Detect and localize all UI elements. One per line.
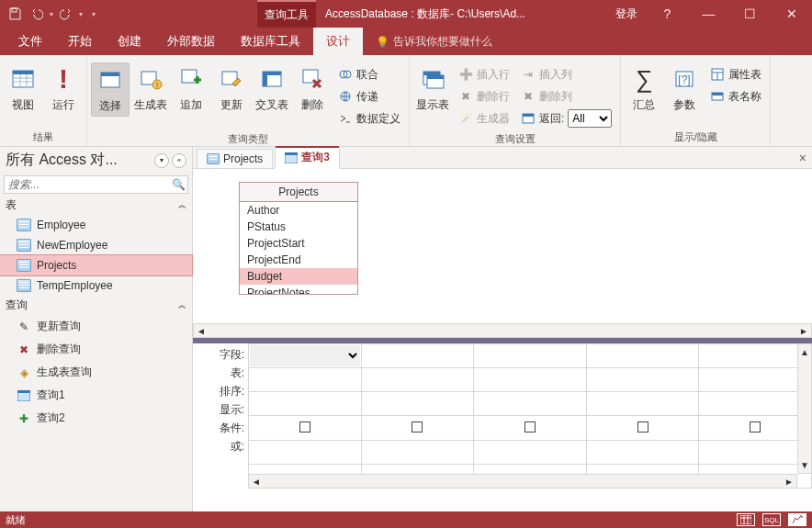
grid-cell[interactable]	[699, 392, 812, 416]
ddl-query-button[interactable]: 数据定义	[335, 108, 403, 129]
help-button[interactable]: ?	[647, 0, 688, 28]
update-query-button[interactable]: 更新	[212, 62, 251, 115]
field-list[interactable]: Projects Author PStatus ProjectStart Pro…	[239, 182, 358, 295]
grid-cell[interactable]	[474, 440, 587, 464]
nav-table-item[interactable]: Projects	[0, 255, 192, 275]
doc-tab[interactable]: 查询3	[275, 146, 340, 169]
maketable-query-button[interactable]: ! 生成表	[131, 62, 170, 115]
nav-search[interactable]: 🔍	[4, 175, 188, 194]
minimize-button[interactable]: —	[688, 0, 729, 28]
nav-section-tables[interactable]: 表︽	[0, 196, 192, 215]
passthrough-query-button[interactable]: 传递	[335, 86, 403, 107]
nav-header[interactable]: 所有 Access 对... ▾ «	[0, 147, 192, 174]
crosstab-query-button[interactable]: 交叉表	[253, 62, 291, 115]
grid-cell[interactable]	[361, 368, 474, 392]
show-checkbox[interactable]	[299, 421, 310, 433]
maximize-button[interactable]: ☐	[729, 0, 771, 28]
nav-query-item[interactable]: ◈生成表查询	[0, 361, 192, 384]
search-icon[interactable]: 🔍	[169, 176, 187, 193]
grid-cell[interactable]	[249, 392, 362, 416]
field-row[interactable]: ProjectStart	[240, 235, 357, 252]
tab-file[interactable]: 文件	[6, 28, 55, 55]
grid-cell[interactable]	[361, 344, 474, 368]
nav-query-item[interactable]: ✚查询2	[0, 407, 192, 430]
field-row[interactable]: Author	[240, 202, 357, 219]
grid-cell[interactable]	[474, 344, 587, 368]
field-select[interactable]	[250, 345, 360, 366]
delete-query-button[interactable]: 删除	[293, 62, 332, 115]
tab-design[interactable]: 设计	[313, 28, 363, 55]
grid-cell[interactable]	[249, 368, 362, 392]
sql-view-btn[interactable]: SQL	[762, 513, 781, 526]
property-sheet-button[interactable]: 属性表	[707, 64, 764, 84]
grid-cell[interactable]	[699, 440, 812, 464]
tell-me-input[interactable]: 💡 告诉我你想要做什么	[363, 28, 505, 55]
field-row[interactable]: PStatus	[240, 219, 357, 235]
save-icon[interactable]	[6, 5, 24, 23]
totals-button[interactable]: ∑ 汇总	[625, 62, 663, 115]
union-query-button[interactable]: 联合	[335, 64, 403, 84]
grid-cell[interactable]	[586, 344, 699, 368]
scroll-right-icon[interactable]: ►	[784, 477, 794, 487]
tab-external-data[interactable]: 外部数据	[154, 28, 228, 55]
nav-table-item[interactable]: Employee	[0, 215, 192, 235]
scroll-left-icon[interactable]: ◄	[252, 477, 261, 487]
view-button[interactable]: 视图	[4, 62, 42, 115]
show-checkbox[interactable]	[412, 421, 423, 433]
grid-cell[interactable]	[474, 368, 587, 392]
v-scrollbar[interactable]: ▲▼	[797, 343, 812, 474]
params-button[interactable]: [?] 参数	[665, 62, 704, 115]
doc-tab[interactable]: Projects	[197, 149, 273, 168]
tab-db-tools[interactable]: 数据库工具	[228, 28, 313, 55]
nav-query-item[interactable]: ✎更新查询	[0, 315, 192, 338]
design-grid-table[interactable]	[248, 343, 812, 489]
undo-icon[interactable]	[28, 5, 46, 23]
field-row[interactable]: ProjectNotes	[240, 285, 357, 294]
grid-cell[interactable]	[249, 416, 362, 440]
nav-table-item[interactable]: TempEmployee	[0, 275, 192, 296]
grid-cell[interactable]	[699, 368, 812, 392]
return-dropdown[interactable]: 返回: All	[518, 108, 615, 129]
show-checkbox[interactable]	[750, 421, 761, 433]
scroll-left-icon[interactable]: ◄	[197, 326, 206, 336]
grid-cell[interactable]	[586, 416, 699, 440]
nav-table-item[interactable]: NewEmployee	[0, 235, 192, 255]
nav-query-item[interactable]: ✖删除查询	[0, 338, 192, 361]
scroll-up-icon[interactable]: ▲	[800, 347, 809, 357]
tab-create[interactable]: 创建	[105, 28, 154, 55]
grid-cell[interactable]	[474, 392, 587, 416]
close-button[interactable]: ✕	[771, 0, 812, 28]
tab-home[interactable]: 开始	[55, 28, 105, 55]
run-button[interactable]: ! 运行	[44, 62, 83, 115]
nav-filter-dropdown-icon[interactable]: ▾	[154, 153, 169, 168]
grid-cell[interactable]	[586, 392, 699, 416]
design-grid[interactable]: 字段: 表: 排序: 显示: 条件: 或:	[193, 343, 812, 489]
h-scrollbar[interactable]: ◄►	[193, 323, 812, 338]
field-row[interactable]: ProjectEnd	[240, 252, 357, 268]
table-names-button[interactable]: 表名称	[707, 86, 764, 107]
field-row[interactable]: Budget	[240, 268, 357, 285]
grid-cell[interactable]	[249, 440, 362, 464]
qat-customize-icon[interactable]: ▾	[92, 10, 96, 18]
grid-cell[interactable]	[699, 416, 812, 440]
design-upper-pane[interactable]: Projects Author PStatus ProjectStart Pro…	[193, 169, 812, 343]
redo-dropdown-icon[interactable]: ▾	[79, 10, 83, 18]
nav-search-input[interactable]	[5, 176, 169, 193]
nav-section-queries[interactable]: 查询︽	[0, 296, 192, 315]
grid-cell[interactable]	[361, 392, 474, 416]
show-table-button[interactable]: 显示表	[413, 62, 452, 115]
field-list-body[interactable]: Author PStatus ProjectStart ProjectEnd B…	[240, 202, 357, 294]
nav-query-item[interactable]: 查询1	[0, 384, 192, 407]
grid-cell[interactable]	[361, 416, 474, 440]
show-checkbox[interactable]	[637, 421, 648, 433]
scroll-right-icon[interactable]: ►	[799, 326, 808, 336]
nav-collapse-icon[interactable]: «	[172, 153, 186, 168]
grid-cell[interactable]	[586, 440, 699, 464]
select-query-button[interactable]: 选择	[91, 62, 130, 117]
show-checkbox[interactable]	[524, 421, 536, 433]
grid-cell[interactable]	[361, 440, 474, 464]
datasheet-view-btn[interactable]	[737, 513, 755, 526]
login-link[interactable]: 登录	[606, 6, 647, 22]
close-tab-icon[interactable]: ×	[799, 151, 806, 165]
scroll-down-icon[interactable]: ▼	[800, 460, 809, 470]
